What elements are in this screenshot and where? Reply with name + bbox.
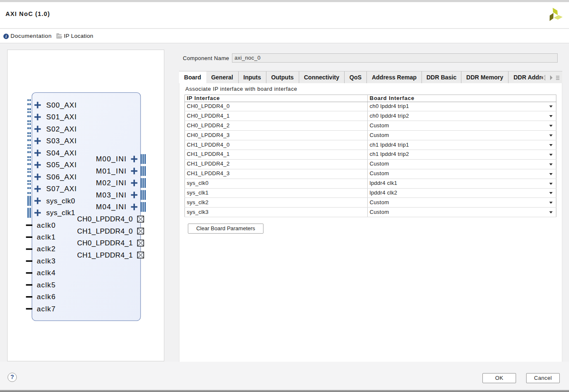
svg-text:aclk4: aclk4: [37, 269, 56, 277]
svg-text:M04_INI: M04_INI: [96, 203, 126, 211]
svg-text:M00_INI: M00_INI: [96, 155, 126, 163]
svg-text:CH1_LPDDR4_0: CH1_LPDDR4_0: [77, 227, 133, 235]
svg-text:S02_AXI: S02_AXI: [46, 125, 77, 133]
svg-text:M02_INI: M02_INI: [96, 179, 126, 187]
svg-text:CH0_LPDDR4_0: CH0_LPDDR4_0: [77, 215, 133, 223]
svg-text:S03_AXI: S03_AXI: [46, 137, 77, 145]
svg-text:CH1_LPDDR4_1: CH1_LPDDR4_1: [77, 251, 133, 259]
svg-text:aclk7: aclk7: [37, 305, 56, 313]
svg-text:M03_INI: M03_INI: [96, 191, 126, 199]
svg-text:S04_AXI: S04_AXI: [46, 149, 77, 157]
svg-text:aclk1: aclk1: [37, 233, 56, 241]
svg-text:S07_AXI: S07_AXI: [46, 185, 77, 193]
svg-text:S01_AXI: S01_AXI: [46, 113, 77, 121]
svg-text:sys_clk1: sys_clk1: [46, 209, 75, 217]
svg-text:sys_clk0: sys_clk0: [46, 197, 75, 205]
svg-text:aclk3: aclk3: [37, 257, 56, 265]
svg-text:S06_AXI: S06_AXI: [46, 173, 77, 181]
svg-text:S05_AXI: S05_AXI: [46, 161, 77, 169]
svg-text:aclk6: aclk6: [37, 293, 56, 301]
svg-text:aclk0: aclk0: [37, 221, 56, 229]
svg-text:CH0_LPDDR4_1: CH0_LPDDR4_1: [77, 239, 133, 247]
svg-text:S00_AXI: S00_AXI: [46, 101, 77, 109]
svg-text:M01_INI: M01_INI: [96, 167, 126, 175]
svg-text:aclk5: aclk5: [37, 281, 56, 289]
svg-text:aclk2: aclk2: [37, 245, 56, 253]
